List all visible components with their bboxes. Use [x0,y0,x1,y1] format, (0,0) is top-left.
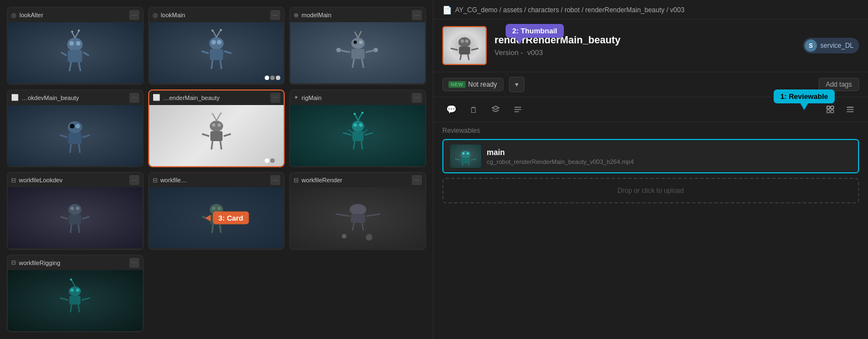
card-menu-icon[interactable]: ⋯ [129,258,139,268]
card-menu-icon[interactable]: ⋯ [270,93,280,103]
add-tags-button[interactable]: Add tags [819,78,859,91]
card-workfileRender[interactable]: ⊟ workfileRender ⋯ v004 [289,172,426,250]
card-type-icon: ⊟ [11,259,16,266]
svg-line-107 [451,48,458,50]
svg-line-38 [60,135,67,137]
card-footer: v002 [149,248,284,250]
card-menu-icon[interactable]: ⋯ [270,175,280,185]
chevron-down-button[interactable]: ▾ [509,77,524,92]
svg-point-43 [75,124,80,128]
svg-rect-45 [210,131,223,141]
card-menu-icon[interactable]: ⋯ [129,175,139,185]
svg-point-12 [209,37,224,49]
card-modelMain[interactable]: ⊕ modelMain ⋯ v002 [289,7,426,85]
card-menu-icon[interactable]: ⋯ [412,175,422,185]
svg-point-93 [342,234,346,238]
svg-line-31 [362,59,364,68]
svg-point-33 [359,41,362,44]
grid-view-button[interactable] [821,101,839,118]
list-view-button[interactable] [841,101,859,118]
svg-point-69 [361,112,364,114]
svg-rect-118 [831,106,834,109]
card-footer: v002 [290,83,425,85]
drop-upload-zone[interactable]: Drop or click to upload [442,178,859,203]
detail-title: renderRenderMain_beauty [494,34,795,46]
svg-rect-119 [827,110,830,113]
card-header: ✦ rigMain ⋯ [290,91,425,105]
notes-button[interactable]: 🗒 [465,101,482,118]
chat-button[interactable]: 💬 [442,101,460,118]
svg-rect-117 [827,106,830,109]
svg-point-102 [76,288,79,292]
svg-line-98 [82,298,90,300]
reviewables-title: Reviewables [442,127,859,134]
service-username: service_DL [820,42,854,49]
svg-line-53 [216,114,220,121]
svg-line-66 [355,114,358,121]
svg-point-67 [354,113,356,115]
svg-point-63 [359,123,362,127]
reviewable-item[interactable]: main cg_robot_renderRenderMain_beauty_v0… [442,139,859,173]
svg-line-58 [343,133,351,135]
card-menu-icon[interactable]: ⋯ [270,10,280,20]
card-workfileLookdev[interactable]: ⊟ workfileLookdev ⋯ v003 [7,172,144,250]
right-tool-buttons [821,101,859,118]
card-renderMain[interactable]: ⬜ …enderMain_beauty ⋯ [148,89,285,168]
annotation-3-label: 3: Card [213,212,249,225]
card-rigMain[interactable]: ✦ rigMain ⋯ v [289,89,426,168]
card-type-icon: ⊟ [294,177,299,184]
card-menu-icon[interactable]: ⋯ [129,10,139,20]
card-lookMain[interactable]: ◎ lookMain ⋯ [148,7,285,85]
detail-version: Version - v003 [494,48,795,57]
svg-rect-125 [461,158,470,163]
svg-rect-96 [69,296,80,305]
svg-point-32 [354,41,357,44]
svg-point-36 [68,121,82,133]
svg-line-72 [60,217,68,219]
card-title: workfileLookdev [19,177,63,183]
svg-line-74 [70,225,72,233]
card-footer: v002 [290,166,425,168]
svg-line-73 [82,217,89,219]
card-menu-icon[interactable]: ⋯ [412,93,422,103]
layers-button[interactable] [487,101,504,118]
card-lookAlter[interactable]: ◎ lookAlter ⋯ v003 [7,7,144,85]
svg-rect-120 [831,110,834,113]
svg-rect-37 [68,133,82,144]
svg-point-85 [218,207,221,210]
svg-point-70 [68,204,82,215]
card-image [8,270,143,331]
card-menu-icon[interactable]: ⋯ [129,93,139,103]
card-type-icon: ⊟ [153,177,158,184]
reviewable-info: main cg_robot_renderRenderMain_beauty_v0… [487,148,851,165]
svg-line-128 [462,163,463,166]
svg-line-48 [211,141,213,149]
svg-rect-1 [68,50,82,62]
not-ready-badge[interactable]: NEW Not ready [442,78,503,91]
card-workfileRigging[interactable]: ⊟ workfileRigging ⋯ v002 [7,255,144,333]
svg-line-40 [70,144,71,153]
svg-point-101 [70,288,74,292]
card-menu-icon[interactable]: ⋯ [412,10,422,20]
right-panel: 📄 AY_CG_demo / assets / characters / rob… [433,0,868,339]
service-avatar: S [805,39,817,52]
reviewables-section: Reviewables main cg_robot_renderRenderMa… [433,122,868,339]
card-okdevMain[interactable]: ⬜ …okdevMain_beauty ⋯ v001 [7,89,144,168]
svg-point-94 [366,234,372,241]
list-button[interactable] [509,101,527,118]
svg-line-16 [211,60,213,69]
card-workfileMain[interactable]: ⊟ workfile… ⋯ 3: Card [148,172,285,250]
svg-rect-57 [352,131,364,141]
svg-point-56 [352,121,364,132]
service-user-badge[interactable]: S service_DL [803,38,859,53]
card-header: ⬜ …okdevMain_beauty ⋯ [8,91,143,105]
svg-line-68 [358,113,362,121]
svg-line-100 [78,305,79,312]
svg-line-60 [354,141,355,149]
svg-marker-113 [492,106,499,109]
new-tag: NEW [448,81,466,88]
card-image [149,105,284,166]
card-image [290,22,425,83]
breadcrumb-text: AY_CG_demo / assets / characters / robot… [455,6,684,14]
svg-point-24 [351,38,365,49]
